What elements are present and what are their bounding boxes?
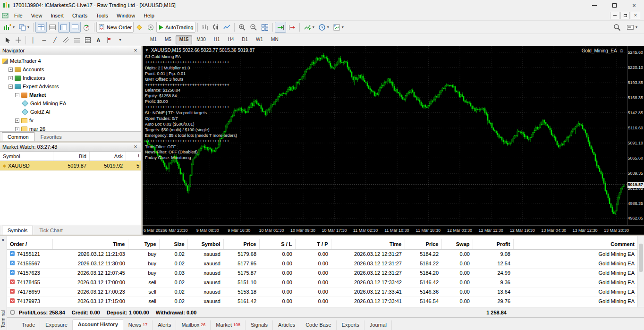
terminal-tab-mailbox[interactable]: Mailbox26: [176, 320, 211, 330]
chart-minimize-icon[interactable]: [610, 12, 619, 19]
terminal-tab-articles[interactable]: Articles: [273, 320, 300, 330]
history-row-74179973[interactable]: 741799732026.03.12 17:15:00sell0.02xauus…: [7, 296, 637, 306]
navigator-item-market[interactable]: −Market: [0, 91, 141, 99]
navigator-item-expert-advisors[interactable]: −Expert Advisors: [0, 82, 141, 91]
terminal-toggle[interactable]: [69, 22, 81, 33]
terminal-tab-journal[interactable]: Journal: [364, 320, 392, 330]
timeframe-h1[interactable]: H1: [210, 35, 224, 44]
column-header-ask[interactable]: Ask: [89, 152, 126, 161]
terminal-tab-exposure[interactable]: Exposure: [40, 320, 72, 330]
fibonacci-button[interactable]: [71, 34, 82, 45]
arrows-tool-button[interactable]: [104, 34, 115, 45]
horizontal-line-button[interactable]: ─: [39, 34, 50, 45]
tree-expand-toggle[interactable]: +: [8, 68, 13, 72]
column-header-swap[interactable]: Swap: [441, 239, 473, 249]
maximize-icon[interactable]: [604, 0, 624, 10]
zoom-out-button[interactable]: [248, 22, 259, 33]
column-header-t-p[interactable]: T / P: [295, 239, 331, 249]
tree-expand-toggle[interactable]: −: [15, 93, 19, 97]
terminal-tab-account-history[interactable]: Account History: [73, 320, 123, 330]
navigator-item-gold-mining-ea[interactable]: Gold Mining EA: [0, 99, 141, 108]
menu-file[interactable]: File: [10, 11, 27, 20]
column-header-symbol[interactable]: Symbol: [187, 239, 223, 249]
history-row-74178659[interactable]: 741786592026.03.12 17:00:23sell0.02xauus…: [7, 287, 637, 296]
search-button[interactable]: [611, 22, 623, 33]
periods-button[interactable]: ▾: [316, 22, 331, 33]
timeframe-mn[interactable]: MN: [267, 35, 282, 44]
navigator-tab-common[interactable]: Common: [2, 132, 34, 142]
menu-tools[interactable]: Tools: [92, 11, 112, 20]
new-chart-button[interactable]: ▾: [2, 22, 17, 33]
column-header-bid[interactable]: Bid: [53, 152, 89, 161]
close-icon[interactable]: ×: [132, 144, 139, 150]
terminal-tab-market[interactable]: Market108: [211, 320, 246, 330]
tile-windows-button[interactable]: [259, 22, 271, 33]
terminal-tab-signals[interactable]: Signals: [246, 320, 273, 330]
close-icon[interactable]: ×: [132, 48, 139, 53]
crosshair-button[interactable]: [13, 34, 24, 45]
chart-shift-button[interactable]: [286, 22, 297, 33]
column-header-comment[interactable]: Comment: [513, 239, 637, 249]
terminal-tab-experts[interactable]: Experts: [337, 320, 364, 330]
close-icon[interactable]: ×: [624, 0, 644, 10]
close-icon[interactable]: ×: [1, 237, 4, 243]
tree-expand-toggle[interactable]: +: [8, 76, 13, 80]
timeframe-h4[interactable]: H4: [224, 35, 238, 44]
column-header-type[interactable]: Type: [128, 239, 159, 249]
column-header-price[interactable]: Price: [223, 239, 259, 249]
history-row-74157623[interactable]: 741576232026.03.12 12:07:45buy0.03xauusd…: [7, 268, 637, 278]
navigator-item-indicators[interactable]: +Indicators: [0, 74, 141, 82]
timeframe-m5[interactable]: M5: [161, 35, 175, 44]
scrollbar-thumb[interactable]: [639, 244, 643, 272]
trendline-button[interactable]: ╱: [50, 34, 60, 45]
menu-insert[interactable]: Insert: [46, 11, 68, 20]
column-header-s-l[interactable]: S / L: [259, 239, 295, 249]
history-row-74155567[interactable]: 741555672026.03.12 11:30:00buy0.02xauusd…: [7, 259, 637, 268]
metaeditor-button[interactable]: [134, 22, 145, 33]
toolbar-options-button[interactable]: ▾: [625, 22, 639, 33]
menu-help[interactable]: Help: [139, 11, 159, 20]
auto-scroll-button[interactable]: [275, 22, 286, 33]
strategy-tester-toggle[interactable]: [81, 22, 92, 33]
attach-ea-button[interactable]: [145, 22, 156, 33]
column-header-size[interactable]: Size: [159, 239, 187, 249]
equidistant-channel-button[interactable]: [60, 34, 71, 45]
history-row-74155121[interactable]: 741551212026.03.12 11:21:03buy0.02xauusd…: [7, 249, 637, 259]
terminal-tab-trade[interactable]: Trade: [17, 320, 40, 330]
history-row-74178455[interactable]: 741784552026.03.12 17:00:00sell0.02xauus…: [7, 278, 637, 287]
chart-area[interactable]: ▼ XAUUSD,M15 5022.66 5023.77 5015.36 501…: [143, 46, 644, 235]
ea-smiley-icon[interactable]: ☺: [619, 48, 624, 53]
vertical-line-button[interactable]: │: [28, 34, 39, 45]
chart-restore-icon[interactable]: [620, 12, 630, 19]
timeframe-m30[interactable]: M30: [193, 35, 209, 44]
column-header-order[interactable]: Order /: [7, 239, 52, 249]
tree-expand-toggle[interactable]: +: [15, 127, 19, 131]
data-window-toggle[interactable]: [47, 22, 58, 33]
new-order-button[interactable]: New Order: [96, 22, 134, 33]
tree-expand-toggle[interactable]: −: [8, 85, 13, 89]
market-watch-row-xauusd[interactable]: ◆XAUUSD5019.875019.925: [0, 161, 141, 171]
minimize-icon[interactable]: [585, 0, 604, 10]
menu-window[interactable]: Window: [112, 11, 139, 20]
menu-view[interactable]: View: [27, 11, 47, 20]
navigator-tab-favorites[interactable]: Favorites: [35, 132, 68, 141]
terminal-tab-news[interactable]: News17: [123, 320, 153, 330]
candlestick-chart-type-button[interactable]: [211, 22, 221, 33]
navigator-item-goldz-ai[interactable]: GoldZ AI: [0, 108, 141, 116]
market-watch-tab-tick-chart[interactable]: Tick Chart: [34, 226, 68, 235]
terminal-tab-code-base[interactable]: Code Base: [300, 320, 336, 330]
column-header-time[interactable]: Time: [331, 239, 405, 249]
column-header-price[interactable]: Price: [405, 239, 441, 249]
column-header-time[interactable]: Time: [52, 239, 128, 249]
timeframe-w1[interactable]: W1: [252, 35, 267, 44]
navigator-item-metatrader-4[interactable]: MetaTrader 4: [0, 57, 141, 65]
market-watch-tab-symbols[interactable]: Symbols: [2, 226, 33, 235]
templates-button[interactable]: ▾: [331, 22, 346, 33]
timeframe-d1[interactable]: D1: [238, 35, 252, 44]
zoom-in-button[interactable]: [237, 22, 248, 33]
line-studies-more-button[interactable]: ▾: [115, 34, 126, 45]
navigator-item-accounts[interactable]: +Accounts: [0, 65, 141, 74]
chart-close-icon[interactable]: ×: [631, 12, 640, 19]
navigator-item-mar-26[interactable]: +mar 26: [0, 125, 141, 131]
line-chart-type-button[interactable]: [221, 22, 232, 33]
